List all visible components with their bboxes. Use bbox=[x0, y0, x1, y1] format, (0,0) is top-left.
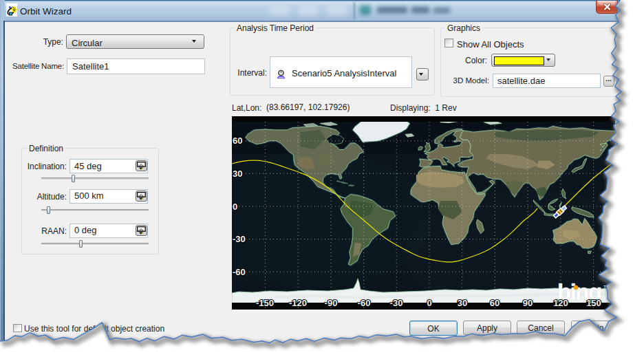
svg-text:60: 60 bbox=[233, 136, 242, 146]
svg-text:150: 150 bbox=[586, 298, 601, 308]
svg-text:120: 120 bbox=[553, 298, 568, 308]
svg-text:-120: -120 bbox=[289, 298, 307, 308]
svg-text:-60: -60 bbox=[358, 298, 371, 308]
svg-text:60: 60 bbox=[490, 298, 500, 308]
svg-text:TM: TM bbox=[603, 285, 610, 290]
svg-text:-30: -30 bbox=[233, 234, 246, 244]
svg-text:-60: -60 bbox=[233, 267, 246, 277]
svg-text:30: 30 bbox=[458, 298, 467, 308]
svg-text:30: 30 bbox=[233, 169, 242, 179]
svg-text:-30: -30 bbox=[390, 298, 403, 308]
svg-text:0: 0 bbox=[427, 298, 431, 308]
svg-text:90: 90 bbox=[523, 298, 533, 308]
svg-text:-150: -150 bbox=[256, 298, 274, 308]
svg-text:0: 0 bbox=[233, 202, 237, 212]
svg-text:-90: -90 bbox=[325, 298, 338, 308]
